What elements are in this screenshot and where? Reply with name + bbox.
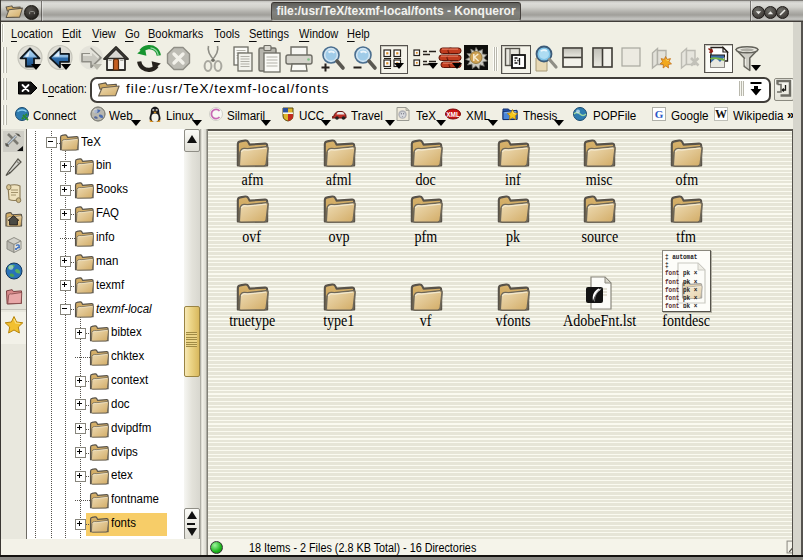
svg-text:G: G bbox=[655, 108, 664, 120]
svg-text:W: W bbox=[715, 107, 727, 121]
svg-text:XML: XML bbox=[446, 111, 460, 118]
